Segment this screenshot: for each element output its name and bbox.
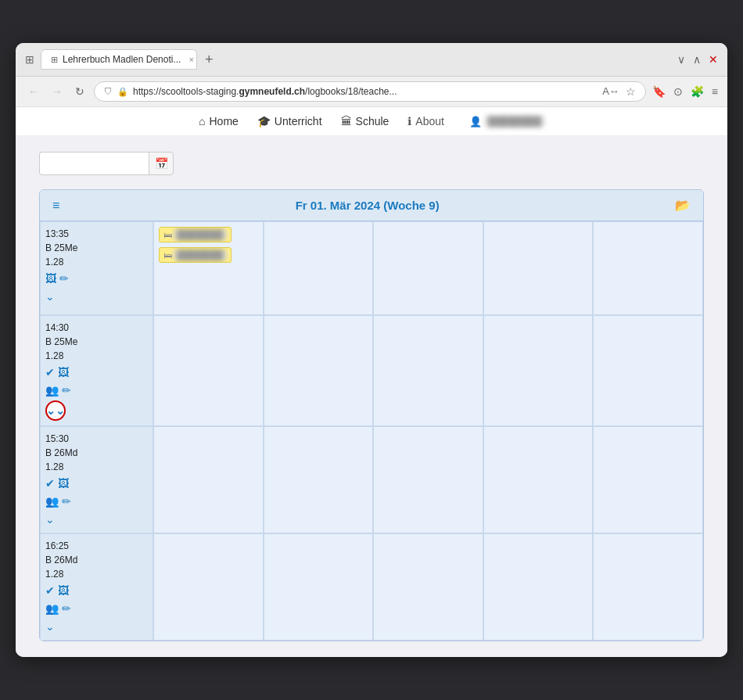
lesson-2-room: 1.28 (45, 349, 148, 363)
bed-icon-1a: 🛏 (163, 230, 172, 239)
lesson-cell-3-left: 15:30 B 26Md 1.28 ✔ 🖼 👥 ✏ ⌄ (40, 426, 153, 533)
lesson-cell-3-col2 (153, 426, 264, 533)
nav-home-label: Home (210, 115, 239, 127)
expand-button-red[interactable]: ⌄⌄ (45, 400, 66, 421)
folder-icon[interactable]: 📂 (675, 198, 691, 213)
group-icon-2[interactable]: 👥 (45, 382, 59, 399)
lesson-cell-1-col3 (264, 221, 374, 315)
back-button[interactable]: ← (25, 84, 42, 99)
lesson-cell-3-col6 (593, 426, 703, 533)
address-input[interactable]: ⛉ 🔒 https://scooltools-staging.gymneufel… (94, 81, 646, 102)
translate-icon[interactable]: A↔ (602, 85, 619, 98)
date-text-field[interactable] (39, 152, 149, 175)
lock-icon: 🔒 (117, 87, 128, 97)
info-icon: ℹ (407, 115, 411, 127)
reload-button[interactable]: ↻ (72, 84, 88, 99)
lesson-1-class: B 25Me (45, 241, 148, 255)
address-bar: ← → ↻ ⛉ 🔒 https://scooltools-staging.gym… (16, 77, 727, 107)
address-action-icons: A↔ ☆ (602, 85, 636, 98)
group-icon-3[interactable]: 👥 (45, 494, 59, 510)
lesson-2-icons: ✔ 🖼 (45, 364, 148, 381)
lesson-4-info: 16:25 B 26Md 1.28 ✔ 🖼 👥 ✏ ⌄ (45, 539, 148, 635)
bed-icon-1b: 🛏 (163, 250, 172, 260)
bookmarks-icon[interactable]: 🔖 (652, 85, 666, 98)
minimize-button[interactable]: ∨ (677, 53, 685, 66)
lesson-cell-2-col5 (483, 315, 594, 426)
lesson-cell-1-col2: 🛏 ███████ 🛏 ███████ (153, 221, 264, 315)
lesson-2-icons-row2: 👥 ✏ (45, 382, 148, 399)
nav-user: 👤 ████████ (469, 116, 544, 127)
image-icon-4[interactable]: 🖼 (58, 583, 69, 599)
nav-about[interactable]: ℹ About (407, 115, 444, 127)
lesson-cell-3-col4 (373, 426, 483, 533)
sticky-text-1b: ███████ (174, 249, 227, 260)
expand-icon-4[interactable]: ⌄ (45, 619, 55, 635)
lesson-4-class: B 26Md (45, 553, 148, 567)
edit-icon-3[interactable]: ✏ (62, 494, 71, 510)
active-tab[interactable]: ⊞ Lehrerbuch Madlen Denoti... × (41, 49, 197, 70)
home-icon: ⌂ (199, 115, 205, 127)
sticky-note-1a[interactable]: 🛏 ███████ (159, 227, 232, 242)
lesson-cell-4-col6 (593, 533, 703, 641)
tab-close-button[interactable]: × (188, 55, 193, 64)
image-icon-3[interactable]: 🖼 (58, 476, 69, 492)
expand-icon-3[interactable]: ⌄ (45, 512, 55, 528)
check-icon-3[interactable]: ✔ (45, 476, 55, 492)
edit-icon-1[interactable]: ✏ (59, 271, 69, 287)
lesson-2-expand-row: ⌄⌄ (45, 400, 148, 421)
lesson-3-class: B 26Md (45, 446, 148, 460)
calendar-grid: 13:35 B 25Me 1.28 🖼 ✏ ⌄ (40, 221, 703, 641)
extension-icon[interactable]: 🧩 (691, 85, 704, 98)
lesson-cell-4-col3 (264, 533, 374, 641)
nav-home[interactable]: ⌂ Home (199, 115, 239, 127)
nav-unterricht[interactable]: 🎓 Unterricht (257, 115, 322, 127)
image-icon-1[interactable]: 🖼 (45, 271, 56, 287)
user-icon: 👤 (469, 116, 482, 127)
image-icon-2[interactable]: 🖼 (58, 364, 69, 381)
lesson-cell-1-col6 (593, 221, 703, 315)
url-domain: gymneufeld.ch (239, 86, 305, 97)
check-icon-2[interactable]: ✔ (45, 364, 55, 381)
lesson-cell-3-col3 (264, 426, 374, 533)
edit-icon-4[interactable]: ✏ (62, 601, 71, 617)
url-path: /logbooks/18/teache... (305, 86, 397, 97)
lesson-4-expand: ⌄ (45, 619, 148, 635)
profile-icon[interactable]: ⊙ (673, 85, 683, 98)
new-tab-button[interactable]: + (200, 52, 218, 68)
lesson-3-info: 15:30 B 26Md 1.28 ✔ 🖼 👥 ✏ ⌄ (45, 432, 148, 528)
restore-button[interactable]: ∧ (693, 53, 701, 66)
calendar-picker-button[interactable]: 📅 (149, 152, 174, 175)
lesson-1-icons: 🖼 ✏ (45, 271, 148, 287)
lesson-1-time: 13:35 (45, 227, 148, 241)
lesson-1-expand: ⌄ (45, 289, 148, 305)
check-icon-4[interactable]: ✔ (45, 583, 55, 599)
calendar-header: ≡ Fr 01. Mär 2024 (Woche 9) 📂 (40, 190, 703, 221)
page-icon: ⊞ (25, 53, 34, 66)
group-icon-4[interactable]: 👥 (45, 601, 59, 617)
list-view-icon[interactable]: ≡ (52, 199, 59, 213)
lesson-cell-4-col2 (153, 533, 264, 641)
window-right-controls: ∨ ∧ ✕ (677, 53, 718, 66)
lesson-2-class: B 25Me (45, 335, 148, 349)
tab-grid-icon: ⊞ (51, 55, 58, 65)
expand-icon-1[interactable]: ⌄ (45, 289, 55, 305)
menu-icon[interactable]: ≡ (712, 85, 718, 98)
edit-icon-2[interactable]: ✏ (62, 382, 71, 399)
date-input-area: 📅 (39, 152, 704, 175)
bookmark-icon[interactable]: ☆ (626, 85, 636, 98)
sticky-note-1b[interactable]: 🛏 ███████ (159, 247, 232, 263)
nav-schule[interactable]: 🏛 Schule (341, 115, 389, 127)
title-bar: ⊞ ⊞ Lehrerbuch Madlen Denoti... × + ∨ ∧ … (16, 43, 727, 77)
lesson-cell-2-col2 (153, 315, 264, 426)
url-prefix: https://scooltools-staging. (133, 86, 239, 97)
tab-bar: ⊞ Lehrerbuch Madlen Denoti... × + (41, 49, 671, 70)
lesson-cell-2-left: 14:30 B 25Me 1.28 ✔ 🖼 👥 ✏ ⌄⌄ (40, 315, 153, 426)
lesson-cell-4-left: 16:25 B 26Md 1.28 ✔ 🖼 👥 ✏ ⌄ (40, 533, 153, 641)
tab-title: Lehrerbuch Madlen Denoti... (63, 54, 181, 65)
forward-button[interactable]: → (48, 84, 66, 99)
lesson-2-info: 14:30 B 25Me 1.28 ✔ 🖼 👥 ✏ ⌄⌄ (45, 321, 148, 421)
close-button[interactable]: ✕ (709, 53, 718, 66)
main-content: 📅 ≡ Fr 01. Mär 2024 (Woche 9) 📂 13:35 B … (16, 136, 727, 657)
nav-schule-label: Schule (356, 115, 389, 127)
nav-menu: ⌂ Home 🎓 Unterricht 🏛 Schule ℹ About 👤 █… (16, 107, 727, 136)
